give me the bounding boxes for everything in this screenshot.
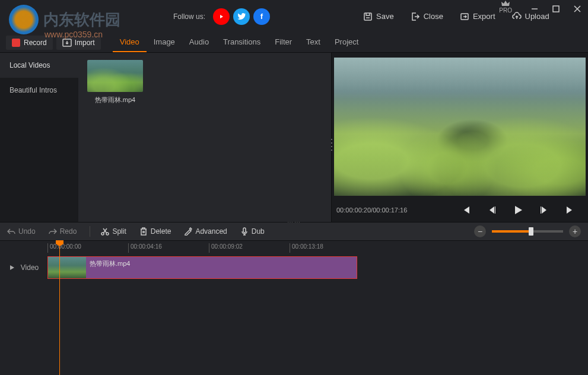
advanced-button[interactable]: Advanced [184,227,227,236]
delete-button[interactable]: Delete [139,227,171,236]
svg-rect-6 [243,228,246,233]
zoom-controls: − + [474,225,581,237]
close-label: Close [424,12,443,21]
maximize-button[interactable] [545,0,567,18]
panel-resize-handle[interactable] [331,138,333,152]
import-button[interactable]: Import [56,36,101,50]
play-button[interactable] [508,201,527,220]
ruler-mark: 00:00:09:02 [209,243,243,253]
track-header[interactable]: Video [0,263,47,272]
panel-drag-handle[interactable]: ⋯⋯ [287,219,301,225]
media-label: 热带雨林.mp4 [95,96,135,104]
preview-panel: 00:00:00:20/00:00:17:16 [332,53,588,222]
twitter-icon[interactable] [233,8,250,25]
tab-filter[interactable]: Filter [268,33,299,52]
record-label: Record [24,39,47,47]
main-area: Local Videos Beautiful Intros 热带雨林.mp4 0… [0,53,588,222]
media-tabs: Video Image Audio Transitions Filter Tex… [113,33,366,52]
tab-video[interactable]: Video [113,33,147,52]
svg-rect-0 [364,13,371,20]
facebook-icon[interactable]: f [253,8,270,25]
record-icon [12,39,20,47]
ruler-mark: 00:00:13:18 [290,243,323,253]
zoom-out-button[interactable]: − [474,225,486,237]
svg-rect-2 [553,6,559,12]
track-content[interactable]: 热带雨林.mp4 [47,255,588,280]
tab-text[interactable]: Text [299,33,328,52]
topbar: Follow us: f Save Close Export Upload PR… [0,0,588,33]
window-close-button[interactable] [567,0,588,18]
media-sidebar: Local Videos Beautiful Intros [0,53,78,222]
tab-transitions[interactable]: Transitions [216,33,268,52]
close-button[interactable]: Close [411,12,443,21]
playhead[interactable] [59,241,60,375]
sidebar-item-beautiful-intros[interactable]: Beautiful Intros [0,78,78,103]
preview-controls: 00:00:00:20/00:00:17:16 [334,198,586,222]
preview-video[interactable] [334,58,586,196]
video-clip[interactable]: 热带雨林.mp4 [47,256,357,279]
tab-project[interactable]: Project [328,33,365,52]
pro-badge[interactable]: PRO [499,0,512,18]
zoom-in-button[interactable]: + [569,225,581,237]
timeline: 00:00:00:00 00:00:04:16 00:00:09:02 00:0… [0,241,588,375]
tab-image[interactable]: Image [147,33,182,52]
save-label: Save [376,12,394,21]
timeline-ruler[interactable]: 00:00:00:00 00:00:04:16 00:00:09:02 00:0… [47,241,588,255]
export-button[interactable]: Export [460,12,495,21]
edit-toolbar: ⋯⋯ Undo Redo Split Delete Advanced Dub −… [0,222,588,241]
import-label: Import [75,39,95,47]
split-button[interactable]: Split [101,227,126,236]
zoom-slider[interactable] [492,230,563,233]
youtube-icon[interactable] [213,8,230,25]
clip-label: 热带雨林.mp4 [90,259,130,268]
media-item[interactable]: 热带雨林.mp4 [85,60,145,104]
record-button[interactable]: Record [6,36,53,50]
prev-frame-button[interactable] [482,201,501,220]
redo-button[interactable]: Redo [49,227,77,236]
media-panel: 热带雨林.mp4 [78,53,332,222]
follow-us-label: Follow us: [173,12,205,21]
prev-clip-button[interactable] [456,201,475,220]
video-track: Video 热带雨林.mp4 [0,255,588,280]
next-frame-button[interactable] [535,201,554,220]
ruler-mark: 00:00:00:00 [47,243,81,253]
actionbar: Record Import Video Image Audio Transiti… [0,33,588,53]
next-clip-button[interactable] [561,201,580,220]
save-button[interactable]: Save [363,12,394,21]
undo-button[interactable]: Undo [7,227,36,236]
export-label: Export [473,12,495,21]
minimize-button[interactable] [524,0,545,18]
tab-audio[interactable]: Audio [182,33,216,52]
svg-point-4 [101,233,104,235]
time-display: 00:00:00:20/00:00:17:16 [336,206,407,214]
sidebar-item-local-videos[interactable]: Local Videos [0,53,78,78]
svg-point-5 [106,233,109,235]
dub-button[interactable]: Dub [240,227,265,236]
clip-thumbnail [48,257,86,278]
media-thumbnail [87,60,143,92]
ruler-mark: 00:00:04:16 [128,243,162,253]
